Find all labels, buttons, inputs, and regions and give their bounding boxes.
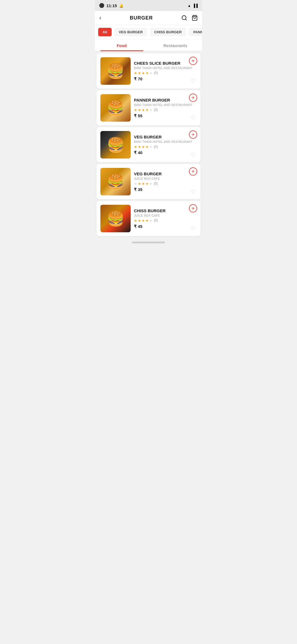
status-time: 11:15: [106, 3, 117, 8]
search-button[interactable]: [181, 15, 187, 21]
favorite-button-2[interactable]: ♡: [189, 114, 197, 122]
food-card-4: 🍔 VEG BURGER JUICE BOX CAFE ★ ★ ★ ★ ★ (0…: [97, 164, 200, 199]
food-image-1: 🍔: [100, 57, 131, 85]
food-rating-2: ★ ★ ★ ★ ★ (0): [134, 108, 197, 112]
food-restaurant-4: JUICE BOX CAFE: [134, 177, 197, 180]
search-icon: [181, 15, 187, 21]
card-actions-3: + ♡: [189, 130, 197, 159]
add-button-3[interactable]: +: [189, 130, 197, 139]
food-info-3: VEG BURGER BANI THANI HOTEL AND RESTAURA…: [134, 135, 197, 155]
food-restaurant-3: BANI THANI HOTEL AND RESTAURANT: [134, 140, 197, 143]
cart-icon: [192, 15, 198, 21]
cart-button[interactable]: [192, 15, 198, 21]
burger-emoji-5: 🍔: [107, 211, 125, 226]
card-actions-2: + ♡: [189, 94, 197, 122]
tab-food[interactable]: Food: [95, 39, 148, 51]
card-actions-5: + ♡: [189, 204, 197, 233]
food-price-3: ₹ 40: [134, 150, 197, 155]
food-restaurant-2: BANI THANI HOTEL AND RESTAURANT: [134, 103, 197, 107]
burger-emoji-4: 🍔: [107, 174, 125, 189]
stars-1: ★ ★ ★ ★ ★: [134, 71, 153, 75]
food-name-3: VEG BURGER: [134, 135, 197, 139]
food-image-4: 🍔: [100, 168, 131, 195]
stars-3: ★ ★ ★ ★ ★: [134, 145, 153, 149]
food-rating-3: ★ ★ ★ ★ ★ (0): [134, 145, 197, 149]
category-chip-veg-burger[interactable]: VEG BURGER: [114, 28, 147, 36]
food-image-3: 🍔: [100, 131, 131, 159]
food-name-4: VEG BURGER: [134, 171, 197, 176]
food-price-1: ₹ 70: [134, 77, 197, 81]
rating-count-2: (0): [154, 108, 158, 112]
stars-4: ★ ★ ★ ★ ★: [134, 182, 153, 186]
food-info-5: CHISS BURGER JUICE BOX CAFE ★ ★ ★ ★ ★ (0…: [134, 208, 197, 229]
rating-count-3: (0): [154, 145, 158, 149]
food-card-2: 🍔 PANNER BURGER BANI THANI HOTEL AND RES…: [97, 90, 200, 125]
svg-line-1: [185, 19, 186, 20]
stars-2: ★ ★ ★ ★ ★: [134, 108, 153, 112]
favorite-button-4[interactable]: ♡: [189, 188, 197, 196]
food-name-2: PANNER BURGER: [134, 98, 197, 102]
rating-count-5: (0): [154, 219, 158, 222]
food-card-5: 🍔 CHISS BURGER JUICE BOX CAFE ★ ★ ★ ★ ★ …: [97, 201, 200, 236]
food-info-1: CHEES SLICE BURGER BANI THANI HOTEL AND …: [134, 61, 197, 81]
tab-restaurants[interactable]: Restaurants: [148, 39, 202, 51]
category-bar: All VEG BURGER CHISS BURGER PANNER BURGE…: [95, 25, 202, 39]
notification-icon: 🔔: [119, 4, 123, 8]
food-rating-4: ★ ★ ★ ★ ★ (0): [134, 182, 197, 186]
category-chip-chiss-burger[interactable]: CHISS BURGER: [150, 28, 186, 36]
category-chip-all[interactable]: All: [98, 28, 112, 36]
back-button[interactable]: ‹: [99, 14, 101, 21]
food-image-5: 🍔: [100, 205, 131, 232]
page-title: BURGER: [130, 15, 153, 21]
status-bar: 11:15 🔔 ▲ ▐▐: [95, 0, 202, 11]
burger-emoji-2: 🍔: [107, 101, 125, 115]
status-icons: ▲ ▐▐: [188, 4, 198, 8]
add-button-4[interactable]: +: [189, 167, 197, 176]
food-info-2: PANNER BURGER BANI THANI HOTEL AND RESTA…: [134, 98, 197, 118]
category-chip-panner-burger[interactable]: PANNER BURGER: [189, 28, 202, 36]
add-button-5[interactable]: +: [189, 204, 197, 212]
camera-icon: [99, 3, 104, 8]
add-button-2[interactable]: +: [189, 94, 197, 102]
card-actions-1: + ♡: [189, 57, 197, 85]
add-button-1[interactable]: +: [189, 57, 197, 65]
food-name-1: CHEES SLICE BURGER: [134, 61, 197, 66]
rating-count-1: (0): [154, 71, 158, 75]
card-actions-4: + ♡: [189, 167, 197, 196]
favorite-button-1[interactable]: ♡: [189, 77, 197, 85]
food-rating-5: ★ ★ ★ ★ ★ (0): [134, 219, 197, 223]
favorite-button-3[interactable]: ♡: [189, 151, 197, 159]
tab-bar: Food Restaurants: [95, 39, 202, 51]
food-card-1: 🍔 CHEES SLICE BURGER BANI THANI HOTEL AN…: [97, 53, 200, 89]
food-rating-1: ★ ★ ★ ★ ★ (0): [134, 71, 197, 75]
burger-emoji-3: 🍔: [107, 138, 125, 152]
favorite-button-5[interactable]: ♡: [189, 225, 197, 233]
header: ‹ BURGER: [95, 11, 202, 25]
burger-emoji-1: 🍔: [107, 64, 125, 78]
food-name-5: CHISS BURGER: [134, 208, 197, 213]
home-indicator: [132, 242, 165, 243]
food-info-4: VEG BURGER JUICE BOX CAFE ★ ★ ★ ★ ★ (0) …: [134, 171, 197, 192]
wifi-icon: ▲: [188, 4, 191, 8]
signal-icon: ▐▐: [193, 4, 198, 8]
food-price-2: ₹ 55: [134, 113, 197, 118]
header-actions: [181, 15, 198, 21]
food-list: 🍔 CHEES SLICE BURGER BANI THANI HOTEL AN…: [95, 51, 202, 238]
rating-count-4: (0): [154, 182, 158, 185]
food-restaurant-1: BANI THANI HOTEL AND RESTAURANT: [134, 66, 197, 70]
food-price-5: ₹ 45: [134, 224, 197, 229]
food-price-4: ₹ 35: [134, 187, 197, 192]
food-card-3: 🍔 VEG BURGER BANI THANI HOTEL AND RESTAU…: [97, 127, 200, 162]
stars-5: ★ ★ ★ ★ ★: [134, 219, 153, 223]
food-image-2: 🍔: [100, 94, 131, 122]
food-restaurant-5: JUICE BOX CAFE: [134, 214, 197, 217]
